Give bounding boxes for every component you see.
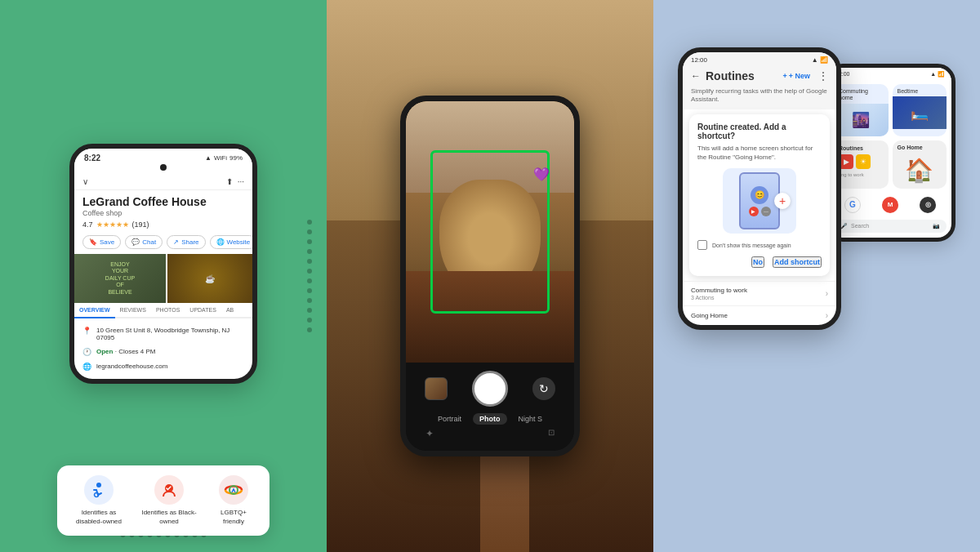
- place-title-section: LeGrand Coffee House Coffee shop: [74, 190, 252, 219]
- routine-item-commuting[interactable]: Commuting to work 3 Actions ›: [683, 281, 836, 305]
- phone-illustration: 😊 ▶ ⋯ +: [739, 172, 780, 229]
- camera-switch-icon[interactable]: ⊡: [548, 428, 555, 439]
- illo-buttons: ▶ ⋯: [749, 207, 771, 216]
- camera-icon: 📷: [933, 223, 940, 229]
- camera-controls: ↻: [412, 371, 568, 407]
- phones-container: 12:00 ▲ 📶 Commuting home 🌆 Bedtime 🛏️ Ro…: [678, 47, 956, 505]
- mode-photo[interactable]: Photo: [473, 413, 507, 425]
- card-commuting-home[interactable]: Commuting home 🌆: [834, 84, 889, 136]
- card-bedtime[interactable]: Bedtime 🛏️: [893, 84, 947, 136]
- badge-black-owned: Identifies as Black-owned: [140, 475, 198, 526]
- action-buttons: 🔖 Save 💬 Chat ↗ Share 🌐 Website: [74, 232, 252, 254]
- maps-header: ∨ ⬆ ···: [74, 174, 252, 190]
- camera-bottom-icons: ✦ ⊡: [412, 425, 568, 443]
- dialog-illustration: 😊 ▶ ⋯ +: [723, 168, 796, 234]
- card-routines-label: Routines: [839, 145, 863, 151]
- card-bedtime-img: 🛏️: [893, 96, 947, 129]
- open-status: Open: [96, 348, 113, 355]
- tab-photos[interactable]: PHOTOS: [151, 303, 185, 317]
- add-arrow-icon: +: [774, 193, 791, 209]
- rating-value: 4.7: [82, 220, 93, 229]
- no-button[interactable]: No: [751, 256, 764, 268]
- camera-viewfinder: 💜: [406, 101, 574, 363]
- share-icon[interactable]: ⬆: [226, 177, 233, 186]
- review-count: (191): [132, 220, 149, 229]
- dots-decoration-left: [307, 220, 312, 332]
- back-icon[interactable]: ∨: [82, 177, 88, 186]
- more-options-icon[interactable]: ⋮: [818, 70, 828, 82]
- hours-text: · Closes 4 PM: [115, 348, 156, 355]
- globe-icon: 🌐: [216, 238, 225, 246]
- badge-disabled-owned: Identifies as disabled-owned: [70, 475, 127, 526]
- card-go-home[interactable]: Go Home 🏠: [893, 140, 947, 189]
- share-button[interactable]: ↗ Share: [167, 235, 205, 249]
- website-row: 🌐 legrandcoffeehouse.com: [82, 359, 244, 374]
- wifi-icon: WiFi: [214, 154, 227, 162]
- tab-updates[interactable]: UPDATES: [185, 303, 221, 317]
- status-time: 8:22: [84, 154, 100, 162]
- phone-middle: 💜 ↻ Portrait Photo Night S ✦: [400, 96, 580, 456]
- bookmark-icon: 🔖: [89, 238, 97, 246]
- front-status-time: 12:00: [691, 56, 707, 64]
- shutter-inner: [475, 374, 505, 403]
- photo-1: ENJOYYOURDAILY CUPOFBELIEVE: [74, 254, 166, 303]
- google-icon[interactable]: G: [844, 197, 861, 213]
- gallery-thumbnail[interactable]: [425, 377, 448, 400]
- routines-title: Routines: [706, 69, 777, 82]
- web-icon: 🌐: [82, 363, 91, 371]
- lgbtq-label: LGBTQ+ friendly: [211, 509, 256, 526]
- left-panel: 8:22 ▲ WiFi 99% ∨ ⬆ ··· LeGrand Coffee: [0, 0, 327, 552]
- gmail-icon[interactable]: M: [882, 197, 898, 213]
- share-icon-btn: ↗: [173, 238, 179, 246]
- website-text: legrandcoffeehouse.com: [96, 363, 167, 370]
- search-bar-mini[interactable]: 🎤 Search 📷: [834, 220, 947, 233]
- camera-dot: [160, 164, 167, 171]
- dont-show-checkbox[interactable]: Don't show this message again: [697, 240, 822, 250]
- back-arrow-icon[interactable]: ←: [691, 70, 701, 82]
- camera-footer: ↻ Portrait Photo Night S ✦ ⊡: [406, 363, 574, 451]
- photos-section: ENJOYYOURDAILY CUPOFBELIEVE ☕: [74, 254, 252, 303]
- clock-icon: 🕐: [82, 348, 91, 356]
- tab-overview[interactable]: OVERVIEW: [74, 303, 115, 318]
- routine-dialog: Routine created. Add a shortcut? This wi…: [689, 114, 830, 276]
- save-button[interactable]: 🔖 Save: [82, 235, 121, 249]
- routine-going-home-title: Going Home: [691, 312, 826, 319]
- place-info: 📍 10 Green St Unit 8, Woodbridge Townshi…: [74, 318, 252, 379]
- lens-icon[interactable]: ◎: [920, 197, 936, 213]
- mode-portrait[interactable]: Portrait: [434, 413, 465, 425]
- search-placeholder: Search: [851, 223, 869, 229]
- front-status-icons: ▲ 📶: [812, 56, 828, 64]
- mode-night[interactable]: Night S: [515, 413, 546, 425]
- flip-camera-button[interactable]: ↻: [532, 377, 555, 400]
- shutter-button[interactable]: [472, 371, 508, 407]
- black-owned-icon: [154, 475, 184, 505]
- rating-section: 4.7 ★★★★★ (191): [74, 219, 252, 232]
- face-emoji: 😊: [751, 186, 768, 204]
- routine-commuting-info: Commuting to work 3 Actions: [691, 287, 826, 300]
- settings-icon[interactable]: ✦: [425, 428, 434, 439]
- chevron-right-icon-2: ›: [826, 311, 828, 320]
- card-going-to-work: ting to work: [839, 172, 864, 177]
- chevron-right-icon: ›: [826, 289, 828, 298]
- status-bar: 8:22 ▲ WiFi 99%: [74, 149, 252, 164]
- photo-2: ☕: [167, 254, 252, 303]
- routines-icons: ▶ ☀: [839, 154, 871, 169]
- chat-button[interactable]: 💬 Chat: [125, 235, 163, 249]
- more-icon[interactable]: ···: [238, 177, 244, 186]
- card-commuting-home-label: Commuting home: [834, 84, 889, 104]
- checkbox-label: Don't show this message again: [712, 243, 791, 248]
- card-routines[interactable]: Routines ▶ ☀ ting to work: [834, 140, 889, 189]
- routine-item-going-home[interactable]: Going Home ›: [683, 305, 836, 325]
- tab-reviews[interactable]: REVIEWS: [115, 303, 151, 317]
- front-status-bar: 12:00 ▲ 📶: [683, 52, 836, 66]
- website-button[interactable]: 🌐 Website: [210, 235, 253, 249]
- add-shortcut-button[interactable]: Add shortcut: [773, 256, 822, 268]
- svg-point-0: [96, 483, 101, 487]
- maps-tabs: OVERVIEW REVIEWS PHOTOS UPDATES AB: [74, 303, 252, 318]
- mic-icon: 🎤: [840, 223, 848, 229]
- tab-more[interactable]: AB: [221, 303, 238, 317]
- place-name: LeGrand Coffee House: [82, 195, 244, 208]
- checkbox[interactable]: [697, 240, 707, 250]
- new-routine-button[interactable]: + + New: [782, 72, 810, 80]
- dialog-body: This will add a home screen shortcut for…: [697, 144, 822, 162]
